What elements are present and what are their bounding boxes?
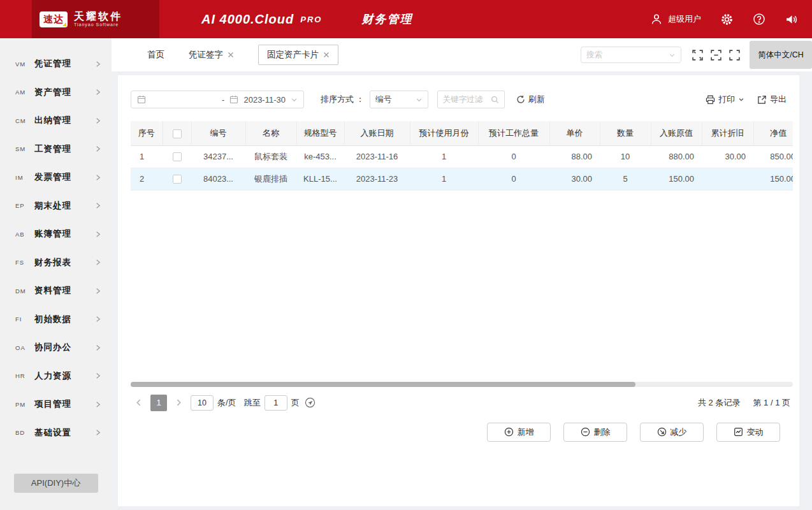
sidebar-item-asset[interactable]: AM 资产管理 [0,78,112,107]
settings-gear-icon[interactable] [720,13,734,26]
scrollbar-thumb[interactable] [131,382,635,387]
sidebar-item-data[interactable]: DM 资料管理 [0,277,112,305]
toolbar: - 2023-11-30 排序方式 ： 编号 刷新 [118,75,799,108]
current-page-button[interactable]: 1 [150,395,167,411]
chevron-right-icon [94,61,101,68]
keyword-filter[interactable] [437,91,505,108]
sidebar-item-label: 项目管理 [34,398,94,410]
user-menu[interactable]: 超级用户 [650,13,701,26]
restore-icon[interactable] [710,49,722,61]
change-button[interactable]: 变动 [716,423,780,442]
reduce-button[interactable]: 减少 [640,423,704,442]
refresh-button[interactable]: 刷新 [516,94,545,105]
sidebar-item-invoice[interactable]: IM 发票管理 [0,163,112,192]
delete-button[interactable]: 删除 [563,423,627,442]
col-net: 净值 [753,121,793,145]
cell-depreciation [702,168,753,190]
sidebar-item-settings[interactable]: BD 基础设置 [0,419,112,448]
calendar-icon [229,95,238,104]
chevron-right-icon [94,316,101,323]
sidebar-item-ledger[interactable]: AB 账簿管理 [0,220,112,249]
col-no: 序号 [131,121,163,145]
tab-fixed-asset-card[interactable]: 固定资产卡片 [258,45,338,65]
tab-bar: 首页 凭证签字 固定资产卡片 [112,38,812,71]
keyword-filter-input[interactable] [443,95,488,104]
chevron-down-icon [738,96,744,103]
horizontal-scrollbar[interactable] [131,382,793,387]
action-buttons: 新增 删除 减少 变动 [118,423,799,442]
total-records: 共 2 条记录 [698,397,740,409]
cell-original: 880.00 [651,145,702,168]
close-icon[interactable] [323,52,330,58]
cell-months: 1 [410,168,478,190]
cell-name: 鼠标套装 [245,145,296,168]
cell-spec: ke-453... [296,145,344,168]
sidebar-item-cashier[interactable]: CM 出纳管理 [0,106,112,135]
compress-icon[interactable] [692,49,704,61]
cell-qty: 10 [600,145,651,168]
table-header-row: 序号 编号 名称 规格型号 入账日期 预计使用月份 预计工作总量 单价 数量 入… [131,121,793,145]
sidebar-item-label: 资产管理 [34,87,94,98]
export-button[interactable]: 导出 [757,94,787,105]
sidebar-item-code: OA [15,344,34,351]
sidebar-item-project[interactable]: PM 项目管理 [0,390,112,419]
col-name: 名称 [245,121,296,145]
cell-date: 2023-11-16 [344,145,410,168]
sidebar-item-reports[interactable]: FS 财务报表 [0,249,112,277]
language-button[interactable]: 简体中文/CH [750,41,812,69]
global-search[interactable] [581,47,681,63]
sidebar-item-oa[interactable]: OA 协同办公 [0,333,112,362]
chevron-right-icon [94,145,101,152]
api-center-button[interactable]: API(DIY)中心 [14,474,98,493]
table-empty-space [118,191,799,382]
col-price: 单价 [549,121,600,145]
printer-icon [706,95,715,105]
sidebar-item-label: 凭证管理 [34,58,94,69]
jump-go-icon[interactable] [305,397,315,408]
tab-label: 固定资产卡片 [267,49,319,61]
date-separator: - [222,95,224,105]
col-original: 入账原值 [651,121,702,145]
announcement-speaker-icon[interactable] [785,13,798,26]
tab-home[interactable]: 首页 [147,49,164,61]
chevron-right-icon [94,429,101,436]
prev-page-icon[interactable] [131,398,147,407]
per-page-select[interactable]: 10 [191,395,214,411]
add-label: 新增 [518,426,534,438]
chevron-right-icon [94,89,101,96]
select-all-checkbox[interactable] [173,129,182,138]
search-input[interactable] [586,50,665,59]
cell-code: 84023... [191,168,245,190]
sidebar-item-label: 发票管理 [34,171,94,183]
col-spec: 规格型号 [296,121,344,145]
sort-select[interactable]: 编号 [370,91,428,108]
sidebar-item-periodend[interactable]: EP 期末处理 [0,192,112,221]
add-button[interactable]: 新增 [487,423,551,442]
print-button[interactable]: 打印 [706,94,744,105]
sidebar-item-voucher[interactable]: VM 凭证管理 [0,50,112,78]
table-row[interactable]: 1 34237... 鼠标套装 ke-453... 2023-11-16 1 0… [131,145,793,168]
cell-date: 2023-11-23 [344,168,410,190]
pagination-summary: 共 2 条记录 第 1 / 1 页 [698,397,790,409]
date-range-picker[interactable]: - 2023-11-30 [131,91,304,108]
tab-voucher-sign[interactable]: 凭证签字 [189,49,234,61]
chevron-down-icon [291,96,298,103]
cell-price: 88.00 [549,145,600,168]
sidebar-item-salary[interactable]: SM 工资管理 [0,135,112,164]
pagination: 1 10 条/页 跳至 页 共 2 条记录 第 1 / 1 页 [118,395,799,411]
table-row[interactable]: 2 84023... 银鹿排插 KLL-15... 2023-11-23 1 0… [131,168,793,190]
next-page-icon[interactable] [171,398,187,407]
sidebar-item-initial[interactable]: FI 初始数据 [0,305,112,334]
jump-page-input[interactable] [265,395,287,411]
sidebar-item-hr[interactable]: HR 人力资源 [0,362,112,391]
row-checkbox[interactable] [173,175,182,184]
sort-value: 编号 [375,94,392,105]
toolbar-right: 打印 导出 [706,94,787,105]
fullscreen-icon[interactable] [729,49,741,61]
chevron-right-icon [94,259,101,266]
arrow-circle-icon [657,427,667,437]
cell-select [163,168,191,190]
row-checkbox[interactable] [173,152,182,161]
close-icon[interactable] [228,52,234,58]
help-icon[interactable] [753,13,765,26]
